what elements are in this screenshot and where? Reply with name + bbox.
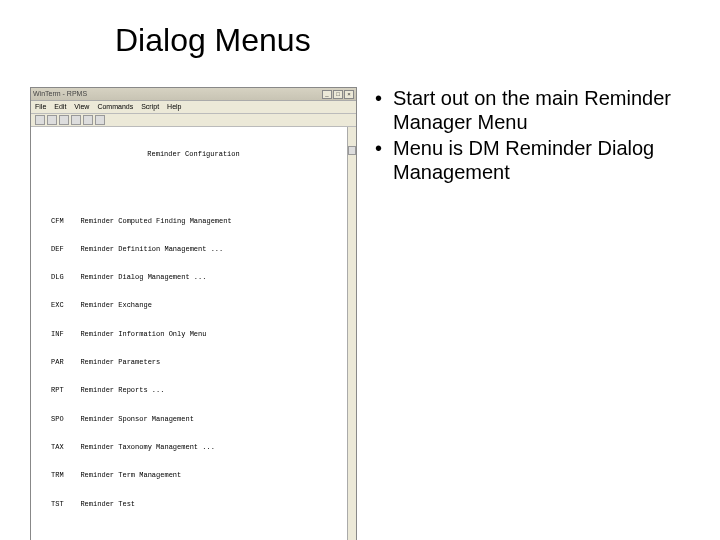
bullet-item-2: Menu is DM Reminder Dialog Management xyxy=(375,137,690,184)
menu-item-def: DEF Reminder Definition Management ... xyxy=(51,245,350,254)
menu-item-list: CFM Reminder Computed Finding Management… xyxy=(51,198,350,528)
window-controls: _ □ × xyxy=(322,90,354,99)
toolbar-icon-3[interactable] xyxy=(59,115,69,125)
menu-item-rpt: RPT Reminder Reports ... xyxy=(51,386,350,395)
window-title: WinTerm - RPMS xyxy=(33,90,87,98)
toolbar-icon-2[interactable] xyxy=(47,115,57,125)
toolbar-icon-1[interactable] xyxy=(35,115,45,125)
menu-item-spo: SPO Reminder Sponsor Management xyxy=(51,415,350,424)
terminal-body[interactable]: Reminder Configuration CFM Reminder Comp… xyxy=(31,127,356,540)
menu-item-tax: TAX Reminder Taxonomy Management ... xyxy=(51,443,350,452)
menu-item-tst: TST Reminder Test xyxy=(51,500,350,509)
menu-bar: File Edit View Commands Script Help xyxy=(31,101,356,114)
toolbar-icon-4[interactable] xyxy=(71,115,81,125)
menu-item-par: PAR Reminder Parameters xyxy=(51,358,350,367)
menu-item-cfm: CFM Reminder Computed Finding Management xyxy=(51,217,350,226)
terminal-heading: Reminder Configuration xyxy=(37,150,350,159)
menu-view[interactable]: View xyxy=(74,103,89,111)
close-icon[interactable]: × xyxy=(344,90,354,99)
content-area: WinTerm - RPMS _ □ × File Edit View Comm… xyxy=(0,59,720,540)
menu-item-trm: TRM Reminder Term Management xyxy=(51,471,350,480)
bullet-item-1: Start out on the main Reminder Manager M… xyxy=(375,87,690,134)
menu-commands[interactable]: Commands xyxy=(97,103,133,111)
scrollbar[interactable] xyxy=(347,127,356,540)
menu-item-dlg: DLG Reminder Dialog Management ... xyxy=(51,273,350,282)
title-bar: WinTerm - RPMS _ □ × xyxy=(31,88,356,101)
scrollbar-up-icon[interactable] xyxy=(348,146,356,155)
menu-edit[interactable]: Edit xyxy=(54,103,66,111)
terminal-window: WinTerm - RPMS _ □ × File Edit View Comm… xyxy=(30,87,357,540)
menu-help[interactable]: Help xyxy=(167,103,181,111)
menu-item-exc: EXC Reminder Exchange xyxy=(51,301,350,310)
menu-item-inf: INF Reminder Information Only Menu xyxy=(51,330,350,339)
toolbar-icon-6[interactable] xyxy=(95,115,105,125)
toolbar xyxy=(31,114,356,127)
minimize-icon[interactable]: _ xyxy=(322,90,332,99)
bullet-list: Start out on the main Reminder Manager M… xyxy=(363,87,690,187)
toolbar-icon-5[interactable] xyxy=(83,115,93,125)
maximize-icon[interactable]: □ xyxy=(333,90,343,99)
menu-file[interactable]: File xyxy=(35,103,46,111)
slide-title: Dialog Menus xyxy=(0,0,720,59)
menu-script[interactable]: Script xyxy=(141,103,159,111)
